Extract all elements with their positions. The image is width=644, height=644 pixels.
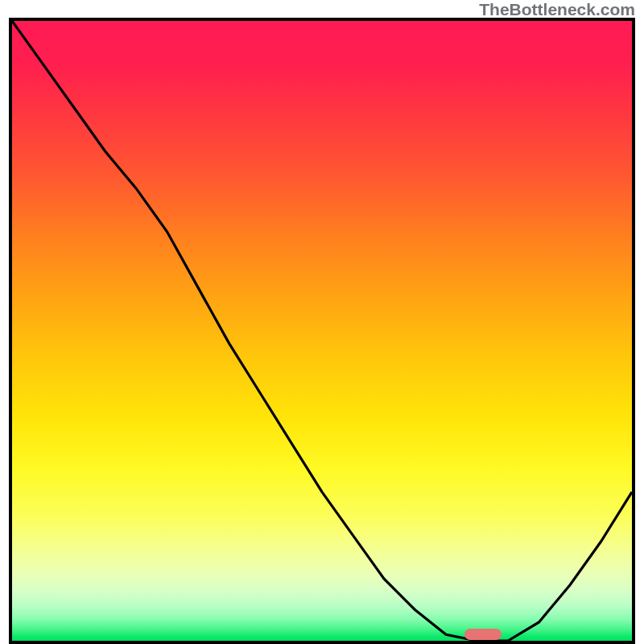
chart-curve bbox=[12, 21, 632, 641]
minimum-marker bbox=[464, 629, 502, 640]
curve-line bbox=[12, 21, 632, 641]
watermark-text: TheBottleneck.com bbox=[479, 0, 635, 19]
chart-frame bbox=[9, 18, 635, 644]
